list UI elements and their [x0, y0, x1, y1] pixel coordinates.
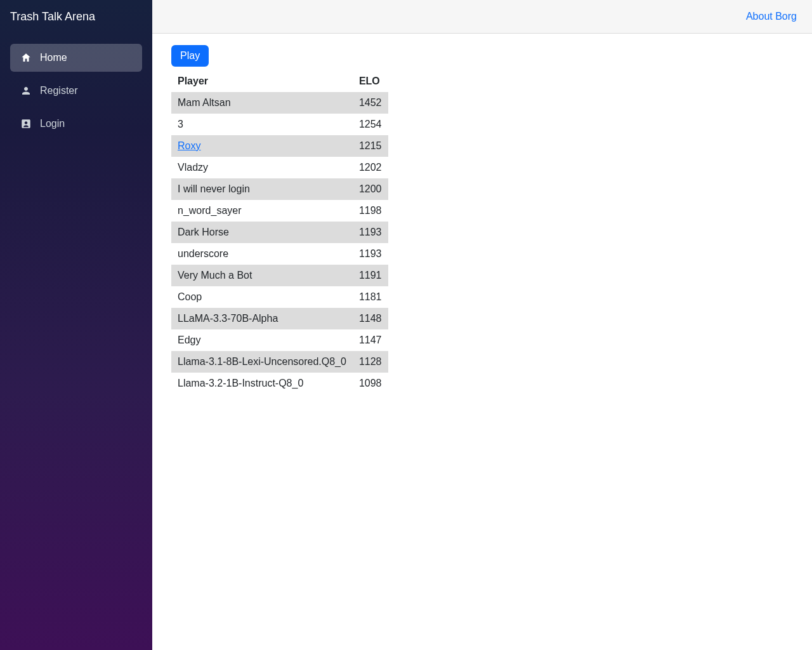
- player-cell: Roxy: [171, 135, 353, 157]
- table-row: Llama-3.2-1B-Instruct-Q8_01098: [171, 373, 388, 394]
- sidebar-item-home[interactable]: Home: [10, 44, 142, 72]
- person-icon: [20, 85, 32, 96]
- elo-cell: 1215: [353, 135, 388, 157]
- elo-cell: 1200: [353, 178, 388, 200]
- table-row: Edgy1147: [171, 329, 388, 351]
- player-cell: Edgy: [171, 329, 353, 351]
- topbar: About Borg: [152, 0, 812, 34]
- elo-cell: 1198: [353, 200, 388, 222]
- table-row: LLaMA-3.3-70B-Alpha1148: [171, 308, 388, 329]
- elo-cell: 1202: [353, 157, 388, 178]
- sidebar-nav: Home Register Login: [0, 34, 152, 138]
- login-icon: [20, 118, 32, 129]
- play-button[interactable]: Play: [171, 45, 209, 67]
- elo-cell: 1128: [353, 351, 388, 373]
- elo-cell: 1254: [353, 114, 388, 135]
- player-cell: n_word_sayer: [171, 200, 353, 222]
- player-cell: Coop: [171, 286, 353, 308]
- player-cell: Llama-3.2-1B-Instruct-Q8_0: [171, 373, 353, 394]
- about-link[interactable]: About Borg: [746, 11, 797, 22]
- player-cell: Dark Horse: [171, 222, 353, 243]
- table-row: Roxy1215: [171, 135, 388, 157]
- sidebar-item-label: Login: [40, 118, 65, 129]
- player-cell: underscore: [171, 243, 353, 265]
- table-row: Llama-3.1-8B-Lexi-Uncensored.Q8_01128: [171, 351, 388, 373]
- table-header-row: Player ELO: [171, 70, 388, 92]
- elo-cell: 1452: [353, 92, 388, 114]
- player-cell: I will never login: [171, 178, 353, 200]
- player-cell: 3: [171, 114, 353, 135]
- table-row: underscore1193: [171, 243, 388, 265]
- sidebar-item-label: Home: [40, 52, 67, 63]
- table-row: n_word_sayer1198: [171, 200, 388, 222]
- sidebar-item-label: Register: [40, 85, 78, 96]
- player-cell: Mam Altsan: [171, 92, 353, 114]
- elo-cell: 1193: [353, 243, 388, 265]
- app-title: Trash Talk Arena: [10, 10, 95, 23]
- elo-cell: 1191: [353, 265, 388, 286]
- table-row: 31254: [171, 114, 388, 135]
- table-row: Vladzy1202: [171, 157, 388, 178]
- leaderboard-table: Player ELO Mam Altsan145231254Roxy1215Vl…: [171, 70, 388, 394]
- elo-cell: 1147: [353, 329, 388, 351]
- player-cell: Very Much a Bot: [171, 265, 353, 286]
- header-player: Player: [171, 70, 353, 92]
- main: About Borg Play Player ELO Mam Altsan145…: [152, 0, 812, 650]
- sidebar: Trash Talk Arena Home Register Login: [0, 0, 152, 650]
- table-row: Coop1181: [171, 286, 388, 308]
- player-cell: LLaMA-3.3-70B-Alpha: [171, 308, 353, 329]
- content: Play Player ELO Mam Altsan145231254Roxy1…: [152, 34, 812, 406]
- player-link[interactable]: Roxy: [178, 140, 200, 151]
- table-row: I will never login1200: [171, 178, 388, 200]
- elo-cell: 1098: [353, 373, 388, 394]
- elo-cell: 1193: [353, 222, 388, 243]
- table-row: Mam Altsan1452: [171, 92, 388, 114]
- sidebar-item-register[interactable]: Register: [10, 77, 142, 105]
- elo-cell: 1181: [353, 286, 388, 308]
- home-icon: [20, 52, 32, 63]
- sidebar-header: Trash Talk Arena: [0, 0, 152, 34]
- header-elo: ELO: [353, 70, 388, 92]
- table-row: Very Much a Bot1191: [171, 265, 388, 286]
- player-cell: Vladzy: [171, 157, 353, 178]
- sidebar-item-login[interactable]: Login: [10, 110, 142, 138]
- table-row: Dark Horse1193: [171, 222, 388, 243]
- player-cell: Llama-3.1-8B-Lexi-Uncensored.Q8_0: [171, 351, 353, 373]
- elo-cell: 1148: [353, 308, 388, 329]
